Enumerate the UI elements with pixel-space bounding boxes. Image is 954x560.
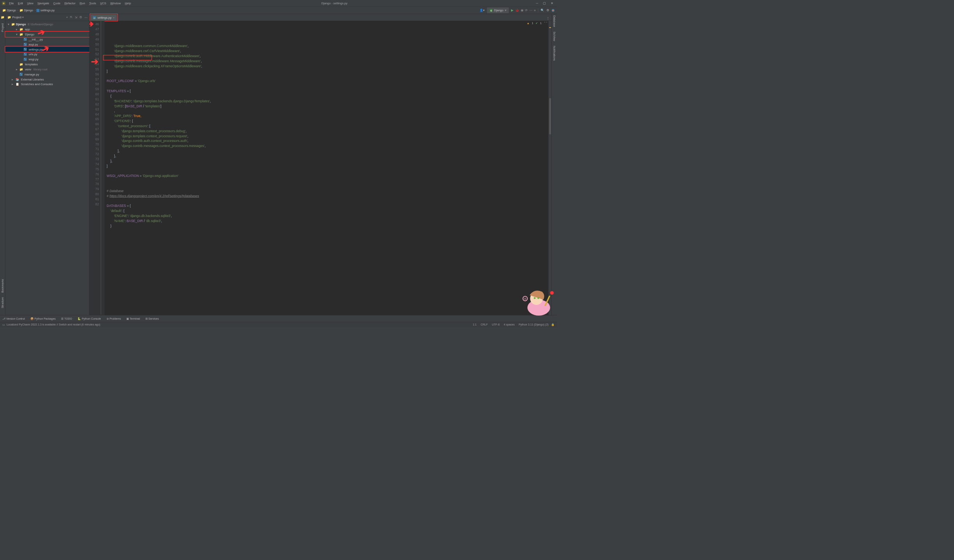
menu-window[interactable]: Window [109,1,123,6]
menu-code[interactable]: Code [51,1,62,6]
coverage-button[interactable]: ◉ [521,9,523,12]
menu-vcs[interactable]: VCS [98,1,108,6]
status-0[interactable]: 1:1 [473,323,477,326]
breadcrumb-2[interactable]: › settings.py [35,9,55,12]
code-editor[interactable]: 4647484950515253545556575859606162636465… [89,21,551,315]
tool-services[interactable]: ⊞ Services [145,317,159,320]
tabs-more[interactable]: ⋮ [544,16,551,21]
tree-item-asgi-py[interactable]: asgi.py [5,42,89,47]
search-icon[interactable]: 🔍 [541,9,544,12]
code-line[interactable]: 'ENGINE': 'django.db.backends.sqlite3', [107,214,548,219]
menu-edit[interactable]: Edit [16,1,25,6]
editor-scrollbar[interactable] [548,21,551,315]
minimize-button[interactable]: ─ [536,2,538,5]
maximize-button[interactable]: ▢ [543,2,546,5]
code-line[interactable]: # Database [107,189,548,194]
profile-button[interactable]: ⟳ [525,9,527,12]
menu-tools[interactable]: Tools [88,1,98,6]
settings-gear-icon[interactable]: ⚙ [79,16,82,19]
code-line[interactable]: 'default': { [107,208,548,214]
code-line[interactable]: }, [107,158,548,163]
tree-item-settings-py[interactable]: settings.py [5,47,89,52]
code-line[interactable]: 'context_processors': [ [107,124,548,129]
code-line[interactable]: 'DIRS': [BASE_DIR / 'templates'] [107,103,548,108]
breadcrumb-1[interactable]: › 📁 Django [18,9,33,12]
menu-refactor[interactable]: Refactor [63,1,77,6]
code-content[interactable]: ➔ ➔ ▲1 ✔1 ˄ ˅ 'django.middleware.common.… [105,21,548,315]
menu-view[interactable]: View [25,1,35,6]
code-line[interactable]: } [107,223,548,228]
tree-item-templates[interactable]: 📁templates [5,62,89,67]
expand-all-icon[interactable]: ⇱ [70,16,72,19]
user-icon[interactable]: 👤▾ [480,9,485,12]
code-line[interactable]: 'django.template.context_processors.requ… [107,133,548,138]
tool-problems[interactable]: ⊘ Problems [107,317,121,320]
tool-python-console[interactable]: 🐍 Python Console [77,317,101,320]
tree-root[interactable]: ▾ 📁 Django E:\Software\Django [5,22,89,27]
inspection-status[interactable]: ▲1 ✔1 ˄ ˅ [527,22,548,25]
code-line[interactable] [107,84,548,89]
status-2[interactable]: UTF-8 [492,323,500,326]
run-config-selector[interactable]: dj Django ▾ [487,7,509,13]
menu-navigate[interactable]: Navigate [36,1,51,6]
tool-python-packages[interactable]: 📦 Python Packages [30,317,56,320]
tree-item-__init__-py[interactable]: __init__.py [5,37,89,42]
code-line[interactable]: 'django.template.context_processors.debu… [107,128,548,133]
code-line[interactable]: 'APP_DIRS': True, [107,114,548,119]
code-line[interactable]: 'django.contrib.auth.context_processors.… [107,138,548,144]
hide-icon[interactable]: — [84,16,88,19]
tool-todo[interactable]: ☰ TODO [61,317,72,320]
code-line[interactable]: 'django.middleware.csrf.CsrfViewMiddlewa… [107,49,548,54]
code-line[interactable]: { [107,94,548,99]
code-line[interactable] [107,178,548,184]
tree-item-urls-py[interactable]: urls.py [5,52,89,57]
event-log-icon[interactable]: ▭ [2,323,5,326]
code-line[interactable]: WSGI_APPLICATION = 'Django.wsgi.applicat… [107,173,548,178]
close-icon[interactable]: × [113,16,114,19]
right-tool-sciview[interactable]: SciView [553,32,556,41]
avatar-icon[interactable] [551,9,555,12]
tab-settings-py[interactable]: py settings.py × [90,14,117,21]
left-tool-project[interactable]: Project [1,23,4,32]
code-line[interactable]: 'django.contrib.auth.middleware.Authenti… [107,54,548,59]
tool-terminal[interactable]: ▣ Terminal [126,317,140,320]
attach-button[interactable]: ⋯ [529,9,532,12]
menu-file[interactable]: File [7,1,16,6]
code-line[interactable]: 'OPTIONS': { [107,119,548,124]
code-line[interactable]: 'BACKEND': 'django.template.backends.dja… [107,98,548,103]
tree-item-app[interactable]: ▸📁app [5,27,89,32]
code-line[interactable] [107,184,548,189]
left-tool-bookmarks[interactable]: Bookmarks [1,279,4,293]
code-line[interactable]: 'django.middleware.common.CommonMiddlewa… [107,44,548,49]
code-line[interactable]: 'NAME': BASE_DIR / 'db.sqlite3', [107,219,548,224]
lock-icon[interactable]: 🔒 [551,323,555,326]
code-line[interactable] [107,168,548,173]
tree-item-manage-py[interactable]: manage.py [5,72,89,77]
code-line[interactable]: 'django.middleware.clickjacking.XFrameOp… [107,63,548,68]
locate-icon[interactable]: ⌖ [66,16,68,19]
code-line[interactable]: DATABASES = { [107,203,548,208]
code-line[interactable]: ROOT_URLCONF = 'Django.urls' [107,79,548,84]
code-line[interactable]: TEMPLATES = [ [107,89,548,94]
settings-icon[interactable]: ⚙ [546,9,549,12]
project-tool-icon[interactable]: 📁 [1,16,4,19]
tree-item-external-libraries[interactable]: ▸📚External Libraries [5,77,89,82]
tree-item-venv[interactable]: ▸📁venvlibrary root [5,67,89,72]
code-line[interactable]: ], [107,149,548,154]
code-line[interactable]: ] [107,68,548,74]
code-line[interactable]: 'django.contrib.messages.middleware.Mess… [107,59,548,64]
breadcrumb-0[interactable]: 📁 Django [2,9,16,12]
code-line[interactable]: , [107,108,548,114]
stop-button[interactable]: ■ [534,9,536,12]
code-line[interactable]: }, [107,154,548,159]
menu-help[interactable]: Help [123,1,133,6]
code-line[interactable]: # https://docs.djangoproject.com/en/4.2/… [107,193,548,198]
code-line[interactable] [107,74,548,79]
tool-version-control[interactable]: ⎇ Version Control [2,317,25,320]
status-1[interactable]: CRLF [481,323,488,326]
status-3[interactable]: 4 spaces [504,323,515,326]
code-line[interactable]: ] [107,163,548,168]
menu-run[interactable]: Run [78,1,87,6]
tree-item-django[interactable]: ▾📁Django [5,32,89,37]
code-line[interactable]: 'django.contrib.messages.context_process… [107,144,548,149]
